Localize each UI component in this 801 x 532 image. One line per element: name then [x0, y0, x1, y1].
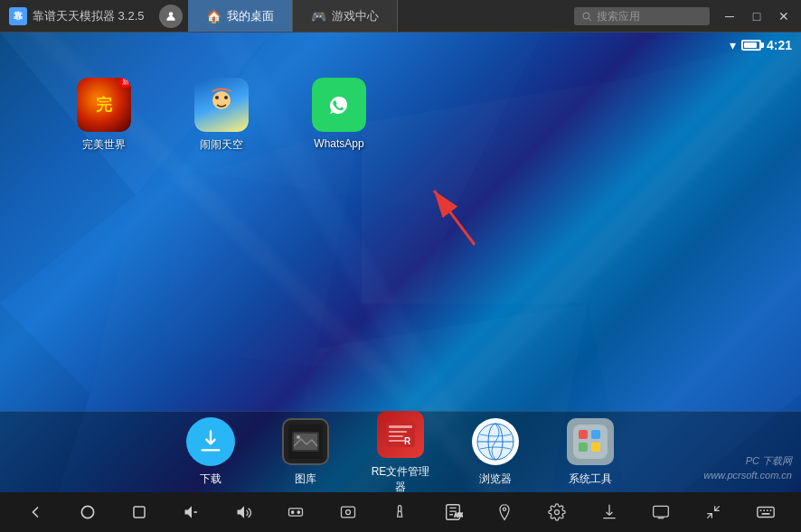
search-input[interactable]	[597, 10, 696, 23]
svg-marker-8	[588, 33, 801, 303]
system-tools-svg	[573, 425, 608, 459]
svg-text:APK: APK	[454, 513, 462, 518]
battery-icon	[741, 40, 761, 51]
gallery-image-icon	[288, 425, 323, 459]
svg-point-39	[81, 506, 93, 518]
tabs-area: 🏠 我的桌面 🎮 游戏中心	[188, 0, 567, 32]
watermark-line2: www.pcrsoft.com.cn	[703, 469, 792, 482]
home-icon: 🏠	[206, 9, 221, 23]
titlebar: 靠 靠谱天天模拟器 3.2.5 🏠 我的桌面 🎮 游戏中心 ─ □ ✕	[0, 0, 801, 33]
system-tools-icon	[567, 418, 614, 465]
nav-keyboard-button[interactable]	[749, 496, 782, 528]
search-icon	[581, 11, 592, 22]
svg-rect-40	[134, 507, 145, 518]
app-naonao-sky[interactable]: 闹闹天空	[190, 78, 253, 153]
window-controls: ─ □ ✕	[717, 4, 801, 29]
android-status-bar: ▾ 4:21	[0, 33, 801, 58]
svg-point-50	[555, 510, 560, 515]
svg-point-44	[298, 511, 301, 514]
gallery-icon-wrap	[281, 417, 330, 466]
perfect-world-label: 完美世界	[82, 137, 126, 153]
browser-icon-wrap	[471, 417, 520, 466]
nav-download-button[interactable]	[593, 496, 626, 528]
re-file-manager-icon: R	[377, 411, 424, 458]
app-title: 靠谱天天模拟器 3.2.5	[33, 8, 145, 24]
wifi-icon: ▾	[730, 38, 736, 52]
svg-point-17	[224, 96, 228, 99]
nav-back-button[interactable]	[19, 496, 52, 528]
whatsapp-phone-icon	[323, 89, 355, 121]
svg-rect-27	[389, 431, 407, 433]
nav-screen-button[interactable]	[645, 496, 677, 528]
svg-rect-37	[579, 443, 588, 452]
browser-globe-icon	[476, 422, 515, 462]
nav-touch-button[interactable]	[384, 496, 417, 528]
download-arrow-icon	[198, 429, 223, 454]
emulator-screen: ▾ 4:21 新 完 完美世界	[0, 33, 801, 532]
watermark-line1: PC 下载网	[703, 454, 792, 468]
nav-apk-button[interactable]: APK	[437, 496, 469, 528]
app-dock: 下载 图库	[0, 411, 801, 492]
re-icon-wrap: R	[376, 410, 425, 459]
svg-line-20	[434, 191, 475, 245]
maximize-button[interactable]: □	[744, 4, 769, 29]
tab-desktop[interactable]: 🏠 我的桌面	[188, 0, 293, 32]
tab-games[interactable]: 🎮 游戏中心	[293, 0, 398, 32]
dock-download[interactable]: 下载	[177, 417, 245, 487]
naonao-label: 闹闹天空	[200, 137, 243, 153]
svg-rect-29	[389, 440, 405, 442]
download-icon-wrap	[186, 417, 235, 466]
svg-point-0	[168, 12, 173, 16]
svg-text:R: R	[404, 436, 411, 446]
nav-recents-button[interactable]	[123, 496, 155, 528]
svg-point-24	[297, 435, 300, 439]
app-whatsapp[interactable]: WhatsApp	[307, 78, 371, 150]
browser-label: 浏览器	[479, 471, 512, 487]
nav-location-button[interactable]	[488, 496, 521, 528]
search-area[interactable]	[574, 7, 710, 25]
svg-point-46	[346, 510, 351, 515]
nav-vol-down-button[interactable]	[175, 496, 208, 528]
whatsapp-icon	[312, 78, 366, 132]
nav-home-button[interactable]	[71, 496, 104, 528]
avatar-button[interactable]	[159, 5, 183, 28]
minimize-button[interactable]: ─	[717, 4, 742, 29]
nav-settings-button[interactable]	[541, 496, 573, 528]
browser-icon	[472, 418, 519, 465]
dock-gallery[interactable]: 图库	[272, 417, 340, 487]
status-time: 4:21	[767, 38, 792, 52]
dock-re-manager[interactable]: R RE文件管理器	[367, 410, 435, 495]
perfect-world-icon: 新 完	[77, 78, 131, 132]
watermark: PC 下载网 www.pcrsoft.com.cn	[703, 454, 792, 482]
android-nav-bar: APK	[0, 492, 801, 532]
sys-tools-icon-wrap	[566, 417, 615, 466]
app-perfect-world[interactable]: 新 完 完美世界	[72, 78, 136, 153]
battery-area	[741, 40, 761, 51]
naonao-icon	[194, 78, 249, 132]
nav-screenshot-button[interactable]	[332, 496, 364, 528]
svg-rect-35	[579, 430, 588, 439]
nav-expand-button[interactable]	[697, 496, 730, 528]
svg-rect-42	[289, 509, 303, 516]
battery-fill	[744, 42, 757, 48]
gallery-label: 图库	[295, 471, 316, 487]
svg-rect-34	[573, 425, 608, 459]
red-arrow-svg	[416, 173, 488, 254]
gallery-icon	[282, 418, 329, 465]
svg-point-1	[583, 13, 589, 19]
download-label: 下载	[200, 471, 221, 487]
nav-vol-up-button[interactable]	[228, 496, 260, 528]
svg-rect-26	[389, 425, 412, 428]
nav-gamepad-button[interactable]	[279, 496, 312, 528]
svg-rect-45	[342, 507, 355, 518]
svg-line-2	[589, 18, 591, 21]
dock-system-tools[interactable]: 系统工具	[557, 417, 625, 487]
dock-browser[interactable]: 浏览器	[462, 417, 530, 487]
naonao-character	[203, 87, 240, 123]
close-button[interactable]: ✕	[771, 4, 796, 29]
app-logo-area: 靠 靠谱天天模拟器 3.2.5	[0, 7, 154, 25]
re-manager-label: RE文件管理器	[367, 464, 435, 495]
svg-point-49	[504, 508, 506, 510]
pw-badge: 新	[118, 78, 131, 88]
system-tools-label: 系统工具	[569, 471, 612, 487]
